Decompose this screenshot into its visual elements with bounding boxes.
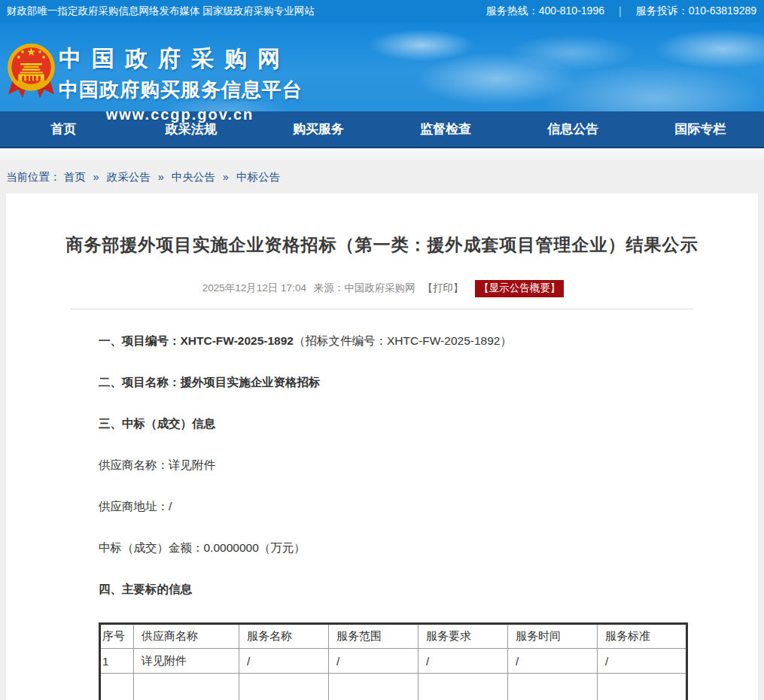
cell-service-time: /: [508, 649, 598, 674]
breadcrumb-item-home[interactable]: 首页: [64, 171, 86, 183]
national-emblem-icon: [6, 41, 56, 102]
col-header-service-time: 服务时间: [508, 624, 598, 649]
article-body: 一、项目编号：XHTC-FW-2025-1892（招标文件编号：XHTC-FW-…: [6, 309, 758, 700]
col-header-service-name: 服务名称: [239, 624, 329, 649]
article-container: 商务部援外项目实施企业资格招标（第一类：援外成套项目管理企业）结果公示 2025…: [6, 193, 758, 700]
cell-supplier: 详见附件: [134, 649, 239, 674]
cell-index: 1: [100, 649, 134, 674]
nav-item-supervision[interactable]: 监督检查: [382, 111, 510, 147]
service-hotline: 服务热线：400-810-1996: [486, 5, 604, 18]
cell-empty: [239, 674, 329, 700]
cell-service-requirement: /: [419, 649, 508, 674]
breadcrumb-separator: »: [154, 171, 169, 183]
col-header-index: 序号: [100, 624, 134, 649]
table-header-row: 序号 供应商名称 服务名称 服务范围 服务要求 服务时间 服务标准: [100, 624, 687, 649]
cell-empty: [100, 674, 134, 700]
site-url: www.ccgp.gov.cn: [59, 106, 301, 123]
topbar-contacts: 服务热线：400-810-1996 ｜ 服务投诉：010-63819289: [486, 5, 756, 18]
print-button[interactable]: 【打印】: [422, 282, 463, 294]
cell-service-name: /: [239, 649, 329, 674]
col-header-supplier: 供应商名称: [134, 624, 239, 649]
breadcrumb-separator: »: [89, 171, 104, 183]
breadcrumb-item-central[interactable]: 中央公告: [172, 171, 215, 183]
table-row: 1 详见附件 / / / / /: [100, 649, 687, 674]
topbar-separator: ｜: [604, 5, 636, 18]
col-header-service-requirement: 服务要求: [419, 624, 508, 649]
show-summary-button[interactable]: 【显示公告概要】: [475, 280, 564, 297]
breadcrumb-item-announcements[interactable]: 政采公告: [107, 171, 151, 183]
cell-empty: [329, 674, 419, 700]
paragraph-main-subject-heading: 四、主要标的信息: [99, 581, 683, 598]
cell-service-standard: /: [598, 649, 687, 674]
col-header-service-standard: 服务标准: [598, 624, 687, 649]
site-logo[interactable]: 中国政府采购网 中国政府购买服务信息平台 www.ccgp.gov.cn: [59, 44, 301, 123]
topbar: 财政部唯一指定政府采购信息网络发布媒体 国家级政府采购专业网站 服务热线：400…: [0, 0, 764, 23]
article-source: 来源：中国政府采购网: [314, 282, 415, 294]
cell-empty: [508, 674, 598, 700]
col-header-service-scope: 服务范围: [329, 624, 419, 649]
page-title: 商务部援外项目实施企业资格招标（第一类：援外成套项目管理企业）结果公示: [6, 233, 758, 257]
site-banner: 中国政府采购网 中国政府购买服务信息平台 www.ccgp.gov.cn: [0, 23, 764, 111]
cell-empty: [134, 674, 239, 700]
cell-empty: [598, 674, 687, 700]
paragraph-award-info-heading: 三、中标（成交）信息: [99, 415, 683, 432]
publish-datetime: 2025年12月12日 17:04: [202, 282, 306, 294]
paragraph-award-amount: 中标（成交）金额：0.0000000（万元）: [99, 540, 683, 556]
site-subtitle: 中国政府购买服务信息平台: [59, 77, 301, 103]
breadcrumb-prefix: 当前位置：: [6, 171, 61, 183]
paragraph-supplier-address: 供应商地址：/: [99, 498, 683, 515]
breadcrumb-separator: »: [218, 171, 233, 183]
main-subject-table: 序号 供应商名称 服务名称 服务范围 服务要求 服务时间 服务标准 1 详见附件…: [99, 622, 688, 700]
site-name: 中国政府采购网: [59, 44, 301, 75]
nav-item-announcements[interactable]: 信息公告: [510, 111, 637, 147]
paragraph-project-name: 二、项目名称：援外项目实施企业资格招标: [99, 374, 683, 391]
nav-item-international[interactable]: 国际专栏: [637, 111, 764, 147]
nav-fade-strip: [0, 148, 764, 163]
table-row-empty: [100, 674, 687, 700]
breadcrumb-item-award[interactable]: 中标公告: [236, 171, 280, 183]
topbar-slogan: 财政部唯一指定政府采购信息网络发布媒体 国家级政府采购专业网站: [7, 5, 315, 18]
breadcrumb: 当前位置： 首页 » 政采公告 » 中央公告 » 中标公告: [0, 163, 764, 193]
article-meta: 2025年12月12日 17:04 来源：中国政府采购网 【打印】 【显示公告概…: [6, 280, 758, 297]
cell-empty: [419, 674, 508, 700]
paragraph-supplier-name: 供应商名称：详见附件: [99, 457, 683, 473]
cell-service-scope: /: [329, 649, 419, 674]
service-complaint: 服务投诉：010-63819289: [636, 5, 756, 18]
paragraph-project-number: 一、项目编号：XHTC-FW-2025-1892（招标文件编号：XHTC-FW-…: [99, 333, 683, 349]
